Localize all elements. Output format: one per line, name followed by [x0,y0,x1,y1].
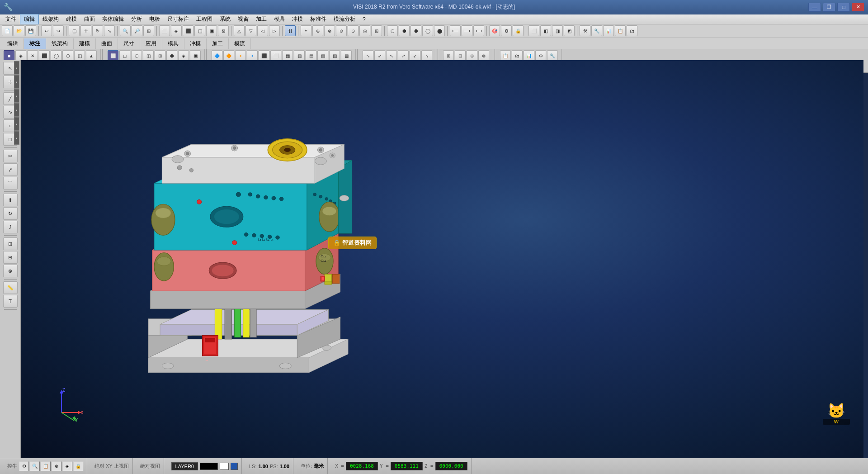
tb-btn-sys-5[interactable]: 🗂 [627,25,637,36]
sidebar-btn-trim[interactable]: ✂ [3,150,18,162]
menu-analysis[interactable]: 分析 [127,14,146,24]
sidebar-btn-revolve[interactable]: ↻ [3,207,18,220]
tb-btn-8[interactable]: ▽ [245,25,256,36]
tb-btn-sys-2[interactable]: 🔧 [591,25,602,36]
tb-btn-14[interactable]: ⊘ [336,25,347,36]
menu-electrode[interactable]: 电极 [146,14,164,24]
scale-button[interactable]: ⤡ [104,25,115,36]
shape-btn-3[interactable]: ⬡ [131,50,142,61]
tb-btn-15[interactable]: ⊙ [348,25,359,36]
tb-btn-view-3[interactable]: ◨ [552,25,563,36]
tab-annotation[interactable]: 标注 [24,38,46,49]
tab-modeling[interactable]: 建模 [74,38,96,49]
tb-btn-16[interactable]: ◎ [359,25,370,36]
status-btn-6[interactable]: 🔒 [73,461,83,471]
menu-flow[interactable]: 模流分析 [330,14,359,24]
menu-file[interactable]: 文件 [2,14,20,24]
tb-btn-22[interactable]: ⬤ [434,25,445,36]
wp-btn-4[interactable]: ⊗ [478,50,489,61]
sidebar-btn-extrude[interactable]: ⬆ [3,194,18,206]
panel-btn-4[interactable]: ▪ [14,103,19,117]
status-btn-3[interactable]: 📋 [41,461,51,471]
shape-btn-8[interactable]: ▣ [190,50,201,61]
select-button[interactable]: ▢ [69,25,80,36]
img-btn-5[interactable]: ⬛ [259,50,269,61]
tb-btn-sys-3[interactable]: 📊 [603,25,614,36]
img-btn-12[interactable]: ▩ [341,50,352,61]
sys-btn-2[interactable]: 🗂 [512,50,523,61]
zoom-in-button[interactable]: 🔍 [120,25,131,36]
tb-btn-view-1[interactable]: ⬜ [528,25,539,36]
img-btn-11[interactable]: ▨ [329,50,340,61]
menu-system[interactable]: 系统 [216,14,234,24]
menu-drawing[interactable]: 工程图 [193,14,216,24]
tab-mold[interactable]: 模具 [162,38,184,49]
ti-button[interactable]: tI [285,25,296,36]
filter-btn-2[interactable]: ◈ [15,50,26,61]
tb-btn-13[interactable]: ⊗ [324,25,335,36]
tb-btn-7[interactable]: △ [234,25,245,36]
open-button[interactable]: 📂 [14,25,24,36]
shape-btn-6[interactable]: ⬢ [166,50,177,61]
filter-btn-6[interactable]: ⬡ [62,50,73,61]
tb-btn-23[interactable]: ⟵ [450,25,461,36]
menu-mold[interactable]: 模具 [270,14,288,24]
tab-dimension[interactable]: 尺寸 [118,38,140,49]
filter-btn-8[interactable]: ▲ [86,50,97,61]
img-btn-8[interactable]: ▥ [294,50,305,61]
filter-btn-1[interactable]: ■ [4,50,14,61]
tb-btn-1[interactable]: ⬜ [159,25,170,36]
tab-wireframe[interactable]: 线架构 [46,38,74,49]
window-max-button[interactable]: □ [837,3,850,12]
menu-surface[interactable]: 曲面 [80,14,99,24]
menu-standard[interactable]: 标准件 [307,14,330,24]
shape-btn-7[interactable]: ◈ [178,50,189,61]
shape-btn-2[interactable]: ◻ [119,50,130,61]
tb-btn-10[interactable]: ▷ [269,25,280,36]
view-btn-3[interactable]: ↖ [386,50,397,61]
sys-btn-5[interactable]: 🔧 [547,50,558,61]
wp-btn-2[interactable]: ⊟ [455,50,466,61]
move-button[interactable]: ✛ [80,25,91,36]
shape-btn-1[interactable]: ⬜ [108,50,118,61]
sidebar-btn-text[interactable]: T [3,295,18,308]
tab-surface[interactable]: 曲面 [96,38,118,49]
img-btn-1[interactable]: 🔷 [212,50,222,61]
tb-btn-5[interactable]: ▣ [206,25,217,36]
img-btn-7[interactable]: ▦ [282,50,293,61]
menu-dimension[interactable]: 尺寸标注 [164,14,193,24]
status-btn-1[interactable]: ⚙ [19,461,29,471]
img-btn-6[interactable]: ⬜ [270,50,281,61]
menu-solid-edit[interactable]: 实体编辑 [99,14,127,24]
img-btn-4[interactable]: 🔹 [247,50,258,61]
tb-btn-18[interactable]: ⬡ [387,25,398,36]
view-btn-4[interactable]: ↗ [398,50,409,61]
status-btn-2[interactable]: 🔍 [30,461,40,471]
status-xy-view[interactable]: 绝对 XY 上视图 [91,458,133,474]
sidebar-btn-bool-add[interactable]: ⊞ [3,237,18,250]
menu-stamping[interactable]: 冲模 [288,14,307,24]
tb-btn-25[interactable]: ⟷ [473,25,484,36]
panel-btn-3[interactable]: ▪ [14,89,19,103]
menu-edit[interactable]: 编辑 [20,14,39,24]
menu-machining[interactable]: 加工 [252,14,270,24]
tb-btn-sys-1[interactable]: ⚒ [580,25,590,36]
viewport-3d[interactable]: ▪▪ O₁₁ O₁₂ [21,60,863,458]
window-min-button[interactable]: — [808,3,821,12]
status-btn-5[interactable]: ◈ [62,461,72,471]
tab-apply[interactable]: 应用 [140,38,162,49]
status-abs-view[interactable]: 绝对视图 [137,458,164,474]
tb-btn-26[interactable]: 🎯 [489,25,500,36]
sys-btn-4[interactable]: ⚙ [535,50,546,61]
img-btn-9[interactable]: ▤ [306,50,316,61]
filter-btn-3[interactable]: ✕ [27,50,38,61]
save-button[interactable]: 💾 [25,25,36,36]
img-btn-2[interactable]: 🔶 [223,50,234,61]
tab-machining[interactable]: 加工 [207,38,229,49]
tb-btn-3[interactable]: ⬛ [183,25,193,36]
tab-stamping[interactable]: 冲模 [184,38,207,49]
tab-edit[interactable]: 编辑 [2,38,24,49]
tab-flow[interactable]: 模流 [229,38,251,49]
tb-btn-9[interactable]: ◁ [257,25,268,36]
fit-button[interactable]: ⊞ [143,25,154,36]
